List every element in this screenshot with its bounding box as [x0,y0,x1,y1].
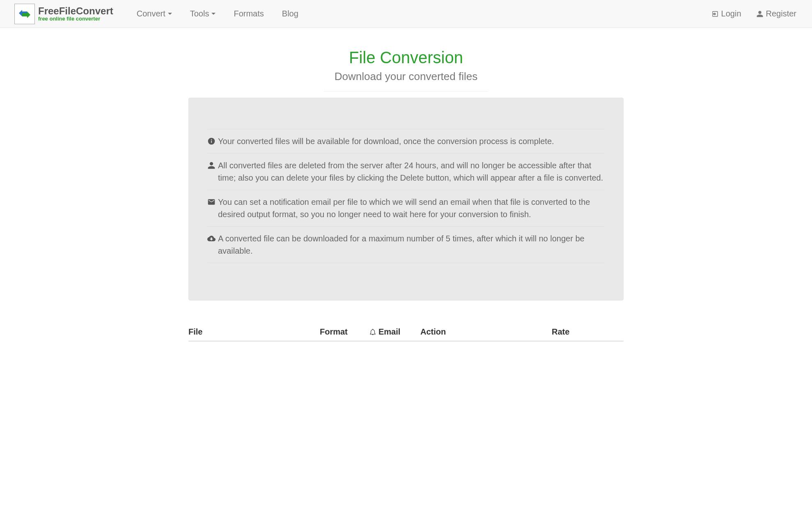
caret-down-icon [211,13,216,15]
user-icon [756,10,764,18]
col-email-label: Email [378,327,400,337]
brand-title: FreeFileConvert [38,6,113,16]
main-container: File Conversion Download your converted … [182,28,630,342]
bell-icon [369,328,376,336]
svg-rect-1 [211,140,212,143]
nav-login-label: Login [721,9,741,18]
page-subtitle: Download your converted files [324,70,488,83]
col-action-header: Action [420,327,552,337]
login-icon [711,10,719,18]
info-text: A converted file can be downloaded for a… [218,232,605,257]
nav-left: Convert Tools Formats Blog [128,3,307,25]
info-item-availability: Your converted files will be available f… [207,129,605,153]
info-text: You can set a notification email per fil… [218,196,605,220]
caret-down-icon [168,13,172,15]
info-icon [207,137,216,145]
nav-formats[interactable]: Formats [225,3,273,25]
info-item-deletion: All converted files are deleted from the… [207,153,605,190]
col-rate-header: Rate [552,327,624,337]
info-item-limit: A converted file can be downloaded for a… [207,226,605,263]
info-list: Your converted files will be available f… [207,129,605,263]
nav-login[interactable]: Login [704,3,749,25]
navbar: FreeFileConvert free online file convert… [0,0,812,28]
nav-register-label: Register [766,9,796,18]
col-file-header: File [188,327,320,337]
svg-point-2 [211,139,212,140]
nav-convert[interactable]: Convert [128,3,181,25]
cloud-download-icon [207,234,216,243]
nav-right: Login Register [704,3,804,25]
col-format-header: Format [320,327,369,337]
page-title: File Conversion [324,48,488,67]
col-email-header: Email [369,327,420,337]
info-text: Your converted files will be available f… [218,135,554,147]
info-item-email: You can set a notification email per fil… [207,190,605,226]
user-icon [207,161,216,170]
envelope-icon [207,198,216,206]
info-text: All converted files are deleted from the… [218,159,605,184]
info-well: Your converted files will be available f… [188,98,624,300]
brand-subtitle: free online file converter [38,16,113,21]
page-header: File Conversion Download your converted … [324,28,488,92]
nav-tools[interactable]: Tools [181,3,225,25]
nav-blog[interactable]: Blog [273,3,307,25]
brand-link[interactable]: FreeFileConvert free online file convert… [8,0,119,28]
nav-tools-label: Tools [190,9,209,18]
logo-icon [14,4,35,24]
results-header: File Format Email Action Rate [188,323,624,342]
nav-register[interactable]: Register [749,3,804,25]
brand-text: FreeFileConvert free online file convert… [38,6,113,21]
nav-convert-label: Convert [137,9,165,18]
